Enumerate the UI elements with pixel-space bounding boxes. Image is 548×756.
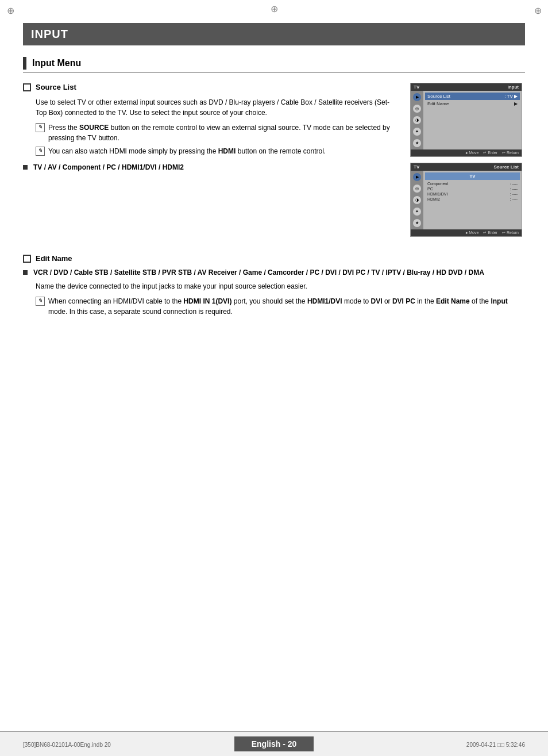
tv-source-list-label: Source List [493,164,519,170]
edit-name-checkbox [23,255,31,263]
tv-icon-2-1: ▶ [413,173,421,181]
page-content: INPUT Input Menu Source List Use to sele… [23,23,525,727]
edit-name-note-text: When connecting an HDMI/DVI cable to the… [48,296,525,317]
section-heading-bar [23,57,26,70]
tv-sidebar-2: ▶ ◎ ◑ ✦ ★ [411,171,423,229]
tv-mockup-source-list: TV Source List ▶ ◎ ◑ ✦ ★ TV Component: - [410,163,522,237]
source-list-section: Source List Use to select TV or other ex… [23,83,525,237]
tv-main-2: TV Component: ---- PC: ---- HDMI1/DVI: -… [423,171,522,229]
tv-icon-1: ▶ [413,93,421,101]
tv-main-1: Source List: TV ▶ Edit Name▶ [423,91,522,149]
source-list-right: TV Input ▶ ◎ ◑ ✦ ★ Source List: TV ▶ [410,83,525,237]
tv-input-label: Input [507,85,519,90]
note-icon-3: ✎ [36,297,45,306]
footer-file-info: [350]BN68-02101A-00Eng.indb 20 [23,742,111,748]
footer-date-info: 2009-04-21 □□ 5:32:46 [466,742,525,748]
center-mark-top: ⊕ [271,3,278,14]
tv-pc-item: PC: ---- [425,186,520,191]
section-heading: Input Menu [23,57,525,72]
tv-source-list-item: Source List: TV ▶ [425,93,520,100]
tv-icon-2-2: ◎ [413,185,421,193]
source-list-note1: ✎ Press the SOURCE button on the remote … [36,122,399,143]
tv-label-1: TV [414,85,419,90]
edit-name-heading: Edit Name [36,254,72,263]
edit-name-section: Edit Name VCR / DVD / Cable STB / Satell… [23,254,525,317]
square-bullet-2 [23,270,28,275]
edit-name-body: Name the device connected to the input j… [36,281,525,291]
vcr-dvd-heading: VCR / DVD / Cable STB / Satellite STB / … [33,268,484,277]
tv-sidebar-1: ▶ ◎ ◑ ✦ ★ [411,91,423,149]
tv-component-item: Component: ---- [425,181,520,186]
tv-mockup-1-body: ▶ ◎ ◑ ✦ ★ Source List: TV ▶ Edit Name▶ [411,91,522,149]
tv-label-2: TV [414,164,419,170]
tv-mockup-2-body: ▶ ◎ ◑ ✦ ★ TV Component: ---- PC: ---- [411,171,522,229]
section-heading-text: Input Menu [32,58,81,68]
tv-edit-name-item: Edit Name▶ [425,100,520,108]
tv-source-header: TV [425,172,520,180]
vcr-dvd-heading-row: VCR / DVD / Cable STB / Satellite STB / … [23,268,525,277]
tv-icon-2-5: ★ [413,219,421,227]
edit-name-heading-row: Edit Name [23,254,525,263]
tv-mockup-1-footer: ● Move ↵ Enter ↩ Return [411,149,522,156]
tv-hdmi2-item: HDMI2: ---- [425,197,520,202]
square-bullet-1 [23,165,28,170]
page-header-bar: INPUT [23,23,525,45]
source-list-checkbox [23,83,31,91]
corner-mark-tl: ⊕ [5,5,16,16]
tv-icon-3: ◑ [413,116,421,124]
page-number: English - 20 [234,736,314,751]
source-list-note2-text: You can also watch HDMI mode simply by p… [48,146,399,156]
source-list-note1-text: Press the SOURCE button on the remote co… [48,122,399,143]
tv-icon-2: ◎ [413,105,421,113]
tv-av-component-heading-row: TV / AV / Component / PC / HDMI1/DVI / H… [23,163,399,171]
source-list-left: Source List Use to select TV or other ex… [23,83,399,237]
tv-mockup-input-menu: TV Input ▶ ◎ ◑ ✦ ★ Source List: TV ▶ [410,83,522,157]
corner-mark-tr: ⊕ [532,5,543,16]
source-list-note2: ✎ You can also watch HDMI mode simply by… [36,146,399,156]
tv-av-component-heading: TV / AV / Component / PC / HDMI1/DVI / H… [33,163,184,171]
note-icon-1: ✎ [36,123,45,132]
page-title: INPUT [31,28,68,40]
tv-mockup-2-footer: ● Move ↵ Enter ↩ Return [411,229,522,236]
tv-icon-2-3: ◑ [413,196,421,204]
tv-icon-2-4: ✦ [413,208,421,216]
tv-icon-4: ✦ [413,128,421,136]
source-list-heading: Source List [36,83,76,91]
source-list-heading-row: Source List [23,83,399,91]
tv-icon-5: ★ [413,139,421,147]
note-icon-2: ✎ [36,147,45,156]
edit-name-note: ✎ When connecting an HDMI/DVI cable to t… [36,296,525,317]
tv-hdmi1dvi-item: HDMI1/DVI: ---- [425,191,520,197]
source-list-body: Use to select TV or other external input… [36,97,399,118]
tv-mockup-2-topbar: TV Source List [411,163,522,171]
tv-mockup-1-topbar: TV Input [411,83,522,91]
